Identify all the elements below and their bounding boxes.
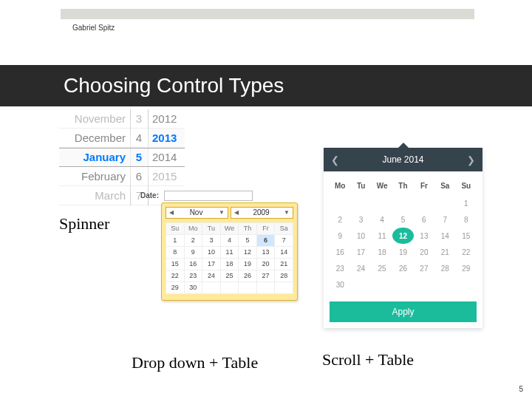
month-dropdown[interactable]: ◀ Nov ▼: [166, 207, 228, 219]
scroll-month-title: June 2014: [382, 154, 423, 165]
spinner-divider: [130, 109, 131, 205]
calendar-day[interactable]: 5: [392, 211, 413, 228]
calendar-day[interactable]: 18: [372, 244, 392, 260]
calendar-day[interactable]: 24: [350, 260, 371, 276]
calendar-day[interactable]: 6: [414, 211, 434, 228]
spinner-cell[interactable]: November: [59, 109, 130, 129]
spinner-cell[interactable]: 6: [130, 167, 148, 186]
calendar-day[interactable]: 27: [414, 260, 434, 276]
calendar-day[interactable]: 28: [434, 260, 455, 276]
calendar-day: [372, 276, 392, 293]
calendar-day[interactable]: 21: [275, 258, 293, 270]
calendar-day[interactable]: 28: [275, 270, 293, 282]
calendar-day[interactable]: 8: [456, 211, 477, 228]
calendar-day[interactable]: 21: [434, 244, 455, 260]
calendar-day[interactable]: 7: [434, 211, 455, 228]
calendar-day[interactable]: 26: [239, 270, 257, 282]
calendar-day[interactable]: 3: [350, 211, 371, 228]
calendar-day: [275, 282, 293, 293]
calendar-day: [330, 195, 350, 211]
month-value: Nov: [190, 208, 203, 216]
spinner-cell[interactable]: 2013: [148, 129, 185, 148]
calendar-day[interactable]: 11: [220, 246, 239, 258]
apply-button[interactable]: Apply: [330, 301, 477, 322]
calendar-day[interactable]: 25: [372, 260, 392, 276]
calendar-day[interactable]: 14: [275, 246, 293, 258]
calendar-day[interactable]: 24: [202, 270, 221, 282]
calendar-day[interactable]: 19: [239, 258, 257, 270]
calendar-day[interactable]: 15: [456, 228, 477, 244]
spinner-cell[interactable]: 2015: [148, 167, 185, 186]
calendar-day[interactable]: 9: [184, 246, 202, 258]
calendar-day[interactable]: 20: [414, 244, 434, 260]
calendar-day[interactable]: 1: [166, 234, 185, 246]
calendar-day[interactable]: 10: [350, 228, 371, 244]
year-dropdown[interactable]: ◀ 2009 ▼: [231, 207, 293, 219]
next-month-button[interactable]: ❯: [467, 154, 475, 166]
calendar-day[interactable]: 30: [184, 282, 202, 293]
calendar-day[interactable]: 22: [456, 244, 477, 260]
calendar-day[interactable]: 4: [220, 234, 239, 246]
calendar-day: [372, 195, 392, 211]
date-text-input[interactable]: [164, 191, 253, 201]
calendar-day[interactable]: 5: [239, 234, 257, 246]
spinner-cell[interactable]: February: [59, 167, 130, 186]
calendar-day: [392, 276, 413, 293]
spinner-cell[interactable]: 4: [130, 129, 148, 148]
calendar-day[interactable]: 23: [184, 270, 202, 282]
calendar-day[interactable]: 29: [456, 260, 477, 276]
calendar-day[interactable]: 3: [202, 234, 221, 246]
spinner-cell[interactable]: December: [59, 129, 130, 148]
calendar-day: [414, 195, 434, 211]
calendar-day[interactable]: 27: [256, 270, 275, 282]
chevron-left-icon[interactable]: ◀: [234, 209, 239, 216]
date-field-label: Date:: [140, 191, 159, 200]
calendar-day[interactable]: 18: [220, 258, 239, 270]
year-value: 2009: [253, 208, 269, 216]
calendar-day[interactable]: 13: [256, 246, 275, 258]
calendar-day[interactable]: 2: [184, 234, 202, 246]
spinner-cell[interactable]: 2014: [148, 148, 185, 167]
calendar-day[interactable]: 8: [166, 246, 185, 258]
chevron-down-icon[interactable]: ▼: [284, 209, 290, 216]
spinner-cell[interactable]: 5: [130, 148, 148, 167]
chevron-down-icon[interactable]: ▼: [219, 209, 225, 216]
spinner-cell[interactable]: March: [59, 186, 130, 205]
calendar-day[interactable]: 23: [330, 260, 350, 276]
calendar-day[interactable]: 17: [350, 244, 371, 260]
chevron-left-icon[interactable]: ◀: [169, 209, 174, 216]
calendar-day[interactable]: 16: [184, 258, 202, 270]
dropdown-calendar-panel: ◀ Nov ▼ ◀ 2009 ▼ SuMoTuWeThFrSa 12345678…: [161, 202, 298, 301]
spinner-cell[interactable]: January: [59, 148, 130, 167]
calendar-day[interactable]: 30: [330, 276, 350, 293]
calendar-day[interactable]: 7: [275, 234, 293, 246]
calendar-day[interactable]: 11: [372, 228, 392, 244]
calendar-day[interactable]: 12: [239, 246, 257, 258]
calendar-day[interactable]: 26: [392, 260, 413, 276]
calendar-day[interactable]: 2: [330, 211, 350, 228]
calendar-day[interactable]: 4: [372, 211, 392, 228]
spinner-cell[interactable]: 3: [130, 109, 148, 129]
spinner-cell[interactable]: 2012: [148, 109, 185, 129]
calendar-day[interactable]: 13: [414, 228, 434, 244]
calendar-day[interactable]: 29: [166, 282, 185, 293]
calendar-day[interactable]: 20: [256, 258, 275, 270]
calendar-day[interactable]: 22: [166, 270, 185, 282]
calendar-day[interactable]: 25: [220, 270, 239, 282]
calendar-day[interactable]: 6: [256, 234, 275, 246]
calendar-day[interactable]: 16: [330, 244, 350, 260]
scroll-calendar-header: ❮ June 2014 ❯: [324, 148, 482, 171]
calendar-day: [220, 282, 239, 293]
calendar-day[interactable]: 15: [166, 258, 185, 270]
weekday-header: Mo: [330, 179, 350, 195]
calendar-day[interactable]: 17: [202, 258, 221, 270]
weekday-header: Su: [456, 179, 477, 195]
calendar-day[interactable]: 19: [392, 244, 413, 260]
calendar-day[interactable]: 10: [202, 246, 221, 258]
calendar-day[interactable]: 9: [330, 228, 350, 244]
calendar-day[interactable]: 1: [456, 195, 477, 211]
prev-month-button[interactable]: ❮: [331, 154, 339, 166]
calendar-day[interactable]: 12: [392, 228, 413, 244]
calendar-day: [350, 276, 371, 293]
calendar-day[interactable]: 14: [434, 228, 455, 244]
